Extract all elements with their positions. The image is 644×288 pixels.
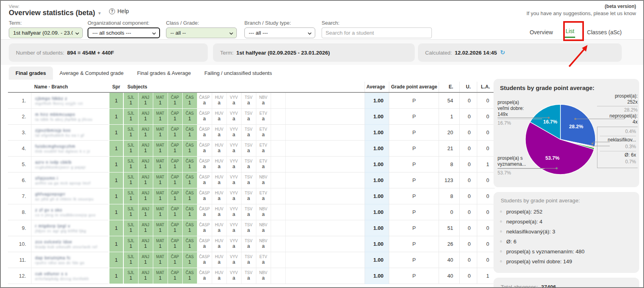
average-cell: 1.00 (365, 236, 389, 252)
average-cell: 1.00 (365, 156, 389, 172)
subject-grade-cell: SJL1 (123, 252, 138, 268)
pie-callout-text: neklasifikov... (600, 137, 636, 143)
subjects-header: Subjects (123, 82, 365, 92)
grade-tab-final-grades[interactable]: Final grades (9, 67, 53, 80)
absences-label: Total absences: (501, 284, 538, 288)
subject-grade-cell: TSVa (241, 124, 256, 140)
help-icon: ? (109, 8, 115, 14)
info-bar: Number of students: 894 = 454M + 440F Te… (1, 40, 643, 65)
calculated-box: Calculated: 12.02.2026 14:45 ↻ (418, 43, 622, 62)
subject-grade-cell: SJL1 (123, 220, 138, 236)
table-row[interactable]: 8.z zf gv s sko co n jmrg in viudbbcovej… (8, 204, 495, 220)
subject-grade-cell: ČASPa (197, 92, 212, 108)
leader-dot (548, 117, 550, 119)
subject-grade-cell: ČAP1 (168, 124, 182, 140)
subject-grade-cell: ČAP1 (168, 220, 182, 236)
table-row[interactable]: 11. dap beiutnjma fcrpufrz rdlui ass dc … (8, 252, 495, 268)
subject-grade-cell: MAT1 (153, 172, 168, 188)
subject-grade-cell: MAT1 (153, 204, 168, 220)
leader-dot (556, 167, 558, 169)
subject-grade-cell: HUVa (212, 156, 226, 172)
table-row[interactable]: 3.zjpvztbmisjp koolal efgnthubkih ku ea … (8, 124, 495, 140)
absences-card: Total absences: 37406 (494, 278, 639, 288)
table-row[interactable]: 10.zco ovlceelz ldoebtadp kub uikeudh ut… (8, 236, 495, 252)
subject-grade-cell: ČASPa (197, 204, 212, 220)
subject-grade-cell: TSVa (241, 108, 256, 124)
term-select[interactable]: 1st halfyear (02.09. - 23.0 (9, 27, 83, 38)
excused-cell: 8 (439, 188, 460, 204)
subject-grade-cell: VYVa (226, 172, 241, 188)
gpa-header: Grade point average (389, 82, 439, 92)
pie-callout-text: Ø: 6x (600, 152, 636, 158)
excused-cell: 54 (439, 92, 460, 108)
subject-grade-cell: VYVa (226, 236, 241, 252)
student-name-cell: cuk vdlunsr s serltcfatpbdg dzccg tlvrtf… (31, 268, 109, 284)
student-name-cell: ghfvagzepsgrraz jdfd gh d chbtin lk osuo… (31, 188, 109, 204)
excused-cell: 8 (439, 156, 460, 172)
table-row[interactable]: 4.fuisbcmghvsgczhm tlnb vvubhf hsl dgleo… (8, 140, 495, 156)
term-info-box: Term: 1st halfyear (02.09.2025 - 23.01.2… (213, 43, 415, 62)
subject-grade-cell: TSVa (241, 204, 256, 220)
bullet-icon: ○ (500, 219, 502, 223)
excused-cell: 123 (439, 172, 460, 188)
subject-grade-cell: ANJ1 (138, 140, 153, 156)
table-row[interactable]: 1.cjbmgo fdkbz zmgzfhsh fknrcj ozjjjfr r… (8, 92, 495, 108)
gpa-cell: P (389, 124, 439, 140)
subject-grade-cell: SJL1 (123, 236, 138, 252)
subject-grade-cell: ČAS1 (182, 188, 197, 204)
subject-grade-cell: ETVa (256, 156, 271, 172)
class-grade-select[interactable]: -- all -- (166, 27, 237, 38)
student-name-cell: sfipjssmn i anffnt ua ga mck apvup lmzf (31, 172, 109, 188)
subject-grade-cell: ANJ1 (138, 124, 153, 140)
pie-callout-text: neprospel(a): (597, 113, 638, 119)
spr-header: Spr (109, 82, 123, 92)
view-tab-list[interactable]: List (565, 26, 575, 38)
late-arrivals-cell: 0 (477, 188, 495, 204)
search-input[interactable] (322, 27, 432, 38)
view-tab-classes-asc[interactable]: Classes (aSc) (586, 27, 623, 37)
empty-subject-cell (271, 140, 285, 156)
subject-grade-cell: ČAS1 (182, 156, 197, 172)
filler-cell (285, 268, 365, 284)
org-component-select[interactable]: --- all schools --- (88, 27, 160, 38)
row-number-header (8, 82, 31, 92)
pie-callout-text: veľmi dobre: (498, 106, 542, 112)
refresh-icon[interactable]: ↻ (500, 49, 505, 56)
grade-tab-failing-unclassified-students[interactable]: Failing / unclassified students (197, 67, 279, 80)
row-number-cell: 2. (8, 108, 31, 124)
behavior-grade-cell: 1 (109, 204, 123, 220)
branch-study-type-select[interactable]: --- all --- (244, 27, 315, 38)
chevron-down-icon[interactable]: ▾ (98, 10, 101, 16)
subject-grade-cell: MAT1 (153, 220, 168, 236)
subject-grade-cell: TSVa (241, 156, 256, 172)
help-label: Help (117, 8, 129, 14)
view-tab-overview[interactable]: Overview (529, 27, 554, 37)
pie-callout-text: 4x (597, 119, 638, 125)
filler-cell (285, 172, 365, 188)
help-link[interactable]: ? Help (109, 8, 129, 14)
grade-tab-final-grades-average[interactable]: Final grades & Average (131, 67, 198, 80)
grade-tab-average-computed-grade[interactable]: Average & Computed grade (53, 67, 131, 80)
subject-grade-cell: TSVa (241, 92, 256, 108)
subject-grade-cell: ČAP1 (168, 268, 182, 284)
subject-grade-cell: ČAS1 (182, 236, 197, 252)
pie-callout-pct: 53.7% (498, 168, 544, 176)
table-row[interactable]: 7.ghfvagzepsgrraz jdfd gh d chbtin lk os… (8, 188, 495, 204)
subject-grade-cell: MAT1 (153, 188, 168, 204)
subject-grade-cell: SJL1 (123, 140, 138, 156)
table-row[interactable]: 5.azrv n ivdp cbklb ccgkuhksnkcjsecr g p… (8, 156, 495, 172)
unexcused-cell: 0 (460, 140, 477, 156)
table-row[interactable]: 6.sfipjssmn i anffnt ua ga mck apvup lmz… (8, 172, 495, 188)
students-count-value: 894 = 454M + 440F (67, 50, 114, 56)
row-number-cell: 3. (8, 124, 31, 140)
subject-grade-cell: MAT1 (153, 252, 168, 268)
table-row[interactable]: 2.m hirz mbkmcuapota tdbk fs abcj jhpfbb… (8, 108, 495, 124)
table-row[interactable]: 12.cuk vdlunsr s serltcfatpbdg dzccg tlv… (8, 268, 495, 284)
filler-cell (285, 124, 365, 140)
pie-callout-pct: 0.7% (600, 158, 636, 166)
subject-grade-cell: SJL1 (123, 188, 138, 204)
subject-grade-cell: SJL1 (123, 156, 138, 172)
calculated-value: 12.02.2026 14:45 (455, 50, 497, 56)
table-row[interactable]: 9.r mtgdorp ljegl vjfdjvv zc agr glg kll… (8, 220, 495, 236)
subject-grade-cell: ANJ1 (138, 204, 153, 220)
